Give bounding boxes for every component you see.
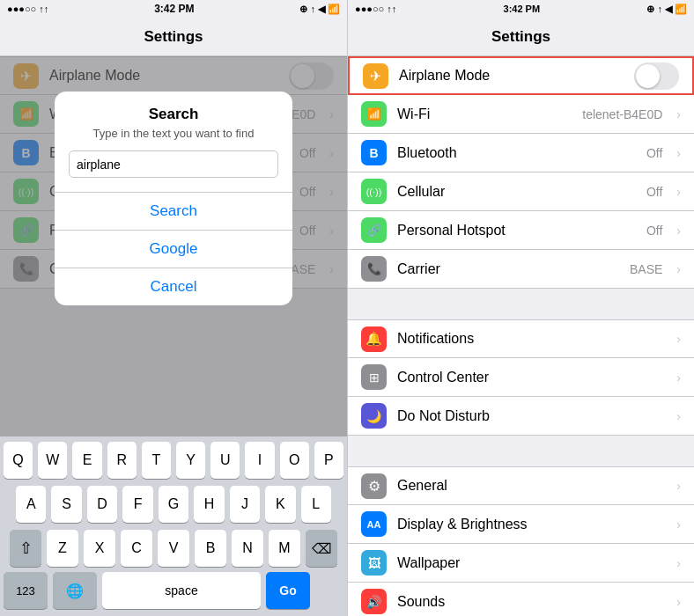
cellular-value-right: Off <box>646 185 662 199</box>
general-icon: ⚙ <box>361 473 387 499</box>
chevron-icon: › <box>676 595 681 609</box>
airplane-mode-label-right: Airplane Mode <box>399 68 624 84</box>
chevron-icon: › <box>676 556 681 570</box>
sounds-row[interactable]: 🔊 Sounds › <box>348 583 694 616</box>
cancel-button[interactable]: Cancel <box>55 268 292 305</box>
right-section-sep-2 <box>348 436 694 466</box>
bt-row-right[interactable]: B Bluetooth Off › <box>348 134 694 172</box>
chevron-icon: › <box>676 146 681 160</box>
right-title: Settings <box>491 28 550 46</box>
bt-value-right: Off <box>646 146 662 160</box>
airplane-mode-toggle-right[interactable] <box>634 62 679 90</box>
key-m[interactable]: M <box>269 530 300 567</box>
key-a[interactable]: A <box>16 486 46 523</box>
key-space[interactable]: space <box>102 572 261 609</box>
control-center-row[interactable]: ⊞ Control Center › <box>348 358 694 397</box>
left-right-icons: ⊕ ↑ ◀ 📶 <box>299 4 340 15</box>
carrier-label-right: Carrier <box>397 261 619 277</box>
key-go[interactable]: Go <box>266 572 310 609</box>
key-o[interactable]: O <box>280 442 309 479</box>
key-delete[interactable]: ⌫ <box>306 530 337 567</box>
notifications-label: Notifications <box>397 331 662 347</box>
general-row[interactable]: ⚙ General › <box>348 466 694 505</box>
key-q[interactable]: Q <box>4 442 33 479</box>
chevron-icon: › <box>676 332 681 346</box>
left-signal-icons: ●●●○○ ↑↑ <box>7 4 48 14</box>
display-label: Display & Brightness <box>397 517 662 532</box>
left-status-bar: ●●●○○ ↑↑ 3:42 PM ⊕ ↑ ◀ 📶 <box>0 0 347 18</box>
dnd-label: Do Not Disturb <box>397 408 662 424</box>
key-l[interactable]: L <box>301 486 331 523</box>
dnd-icon: 🌙 <box>361 403 387 429</box>
wallpaper-icon: 🖼 <box>361 550 387 576</box>
keyboard-row-2: A S D F G H J K L <box>0 480 347 524</box>
key-t[interactable]: T <box>142 442 171 479</box>
key-v[interactable]: V <box>158 530 189 567</box>
wifi-icon-right: 📶 <box>361 101 387 127</box>
key-z[interactable]: Z <box>47 530 78 567</box>
key-shift[interactable]: ⇧ <box>10 530 41 567</box>
key-e[interactable]: E <box>72 442 101 479</box>
hotspot-label-right: Personal Hotspot <box>397 223 636 238</box>
key-k[interactable]: K <box>265 486 295 523</box>
dialog-title: Search <box>69 106 278 123</box>
dialog-body: Search Type in the text you want to find <box>55 92 292 192</box>
bt-label-right: Bluetooth <box>397 145 636 161</box>
right-settings-group3: ⚙ General › AA Display & Brightness › 🖼 … <box>348 466 694 616</box>
airplane-mode-row[interactable]: ✈ Airplane Mode <box>348 56 694 95</box>
carrier-icon-right: 📞 <box>361 256 387 282</box>
notifications-icon: 🔔 <box>361 326 387 352</box>
key-r[interactable]: R <box>107 442 137 479</box>
key-p[interactable]: P <box>314 442 343 479</box>
keyboard-row-3: ⇧ Z X C V B N M ⌫ <box>0 524 347 568</box>
key-w[interactable]: W <box>38 442 67 479</box>
control-center-label: Control Center <box>397 370 662 385</box>
key-h[interactable]: H <box>194 486 224 523</box>
control-center-icon: ⊞ <box>361 364 387 390</box>
chevron-icon: › <box>676 224 681 238</box>
wallpaper-label: Wallpaper <box>397 555 662 571</box>
cellular-row-right[interactable]: ((·)) Cellular Off › <box>348 172 694 211</box>
chevron-icon: › <box>676 185 681 199</box>
sounds-icon: 🔊 <box>361 589 387 614</box>
search-button[interactable]: Search <box>55 192 292 230</box>
key-n[interactable]: N <box>232 530 263 567</box>
key-g[interactable]: G <box>159 486 188 523</box>
key-j[interactable]: J <box>230 486 260 523</box>
chevron-icon: › <box>676 262 681 276</box>
key-c[interactable]: C <box>121 530 152 567</box>
key-u[interactable]: U <box>210 442 240 479</box>
right-signal-icons: ●●●○○ ↑↑ <box>355 4 396 14</box>
key-x[interactable]: X <box>84 530 115 567</box>
google-button[interactable]: Google <box>55 230 292 268</box>
notifications-row[interactable]: 🔔 Notifications › <box>348 319 694 358</box>
wifi-row-right[interactable]: 📶 Wi-Fi telenet-B4E0D › <box>348 95 694 134</box>
wallpaper-row[interactable]: 🖼 Wallpaper › <box>348 544 694 583</box>
cellular-label-right: Cellular <box>397 184 636 200</box>
keyboard-row-1: Q W E R T Y U I O P <box>0 436 347 480</box>
hotspot-value-right: Off <box>646 224 662 238</box>
key-123[interactable]: 123 <box>4 572 48 609</box>
key-f[interactable]: F <box>122 486 152 523</box>
left-nav-bar: Settings <box>0 18 347 56</box>
key-d[interactable]: D <box>87 486 117 523</box>
left-time: 3:42 PM <box>154 3 194 15</box>
display-row[interactable]: AA Display & Brightness › <box>348 505 694 544</box>
carrier-row-right[interactable]: 📞 Carrier BASE › <box>348 250 694 289</box>
key-b[interactable]: B <box>195 530 226 567</box>
key-y[interactable]: Y <box>176 442 205 479</box>
cellular-icon-right: ((·)) <box>361 179 387 204</box>
hotspot-row-right[interactable]: 🔗 Personal Hotspot Off › <box>348 211 694 250</box>
right-panel: ●●●○○ ↑↑ 3:42 PM ⊕ ↑ ◀ 📶 Settings ✈ Airp… <box>347 0 694 616</box>
right-time: 3:42 PM <box>504 4 541 14</box>
search-input[interactable] <box>69 150 278 178</box>
key-i[interactable]: I <box>245 442 274 479</box>
key-s[interactable]: S <box>51 486 81 523</box>
dnd-row[interactable]: 🌙 Do Not Disturb › <box>348 397 694 436</box>
right-status-bar: ●●●○○ ↑↑ 3:42 PM ⊕ ↑ ◀ 📶 <box>348 0 694 18</box>
key-globe[interactable]: 🌐 <box>53 572 97 609</box>
keyboard: Q W E R T Y U I O P A S D F G H J K L ⇧ … <box>0 436 347 616</box>
dialog-subtitle: Type in the text you want to find <box>69 127 278 140</box>
chevron-icon: › <box>676 517 681 532</box>
chevron-icon: › <box>676 370 681 385</box>
